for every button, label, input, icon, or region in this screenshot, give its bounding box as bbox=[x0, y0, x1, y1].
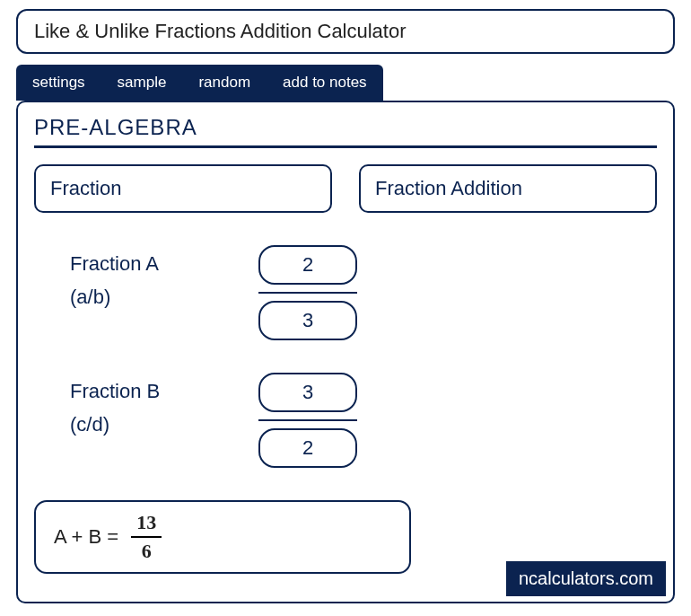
fraction-b-label: Fraction B (c/d) bbox=[70, 373, 205, 439]
fraction-a-label: Fraction A (a/b) bbox=[70, 245, 205, 312]
fraction-a-numerator[interactable] bbox=[258, 245, 357, 285]
fraction-a-inputs bbox=[258, 245, 357, 340]
result-box: A + B = 13 6 bbox=[34, 500, 411, 574]
fraction-b-divider bbox=[258, 419, 357, 421]
calculator-panel: PRE-ALGEBRA Fraction Fraction Addition F… bbox=[16, 101, 675, 603]
fraction-a-row: Fraction A (a/b) bbox=[70, 245, 657, 340]
fraction-b-inputs bbox=[258, 373, 357, 468]
fraction-a-sub: (a/b) bbox=[70, 284, 205, 312]
tab-sample[interactable]: sample bbox=[101, 65, 183, 101]
fraction-a-divider bbox=[258, 292, 357, 294]
tab-random[interactable]: random bbox=[182, 65, 267, 101]
fraction-b-denominator[interactable] bbox=[258, 428, 357, 468]
result-fraction: 13 6 bbox=[131, 511, 162, 563]
fraction-a-label-text: Fraction A bbox=[70, 252, 159, 275]
tab-add-to-notes[interactable]: add to notes bbox=[267, 65, 383, 101]
brand-badge: ncalculators.com bbox=[506, 561, 666, 596]
fraction-b-row: Fraction B (c/d) bbox=[70, 373, 657, 468]
fraction-b-label-text: Fraction B bbox=[70, 380, 160, 402]
tab-settings[interactable]: settings bbox=[16, 65, 101, 101]
page-title: Like & Unlike Fractions Addition Calcula… bbox=[16, 9, 675, 54]
tab-bar: settings sample random add to notes bbox=[16, 65, 383, 101]
result-numerator: 13 bbox=[131, 511, 162, 538]
type-selector[interactable]: Fraction bbox=[34, 164, 332, 213]
section-heading: PRE-ALGEBRA bbox=[34, 115, 657, 148]
operation-selector[interactable]: Fraction Addition bbox=[359, 164, 657, 213]
fraction-a-denominator[interactable] bbox=[258, 301, 357, 340]
fraction-b-numerator[interactable] bbox=[258, 373, 357, 412]
selector-row: Fraction Fraction Addition bbox=[34, 164, 657, 213]
fraction-b-sub: (c/d) bbox=[70, 411, 205, 439]
result-lhs: A + B = bbox=[54, 525, 118, 549]
result-denominator: 6 bbox=[142, 538, 152, 563]
